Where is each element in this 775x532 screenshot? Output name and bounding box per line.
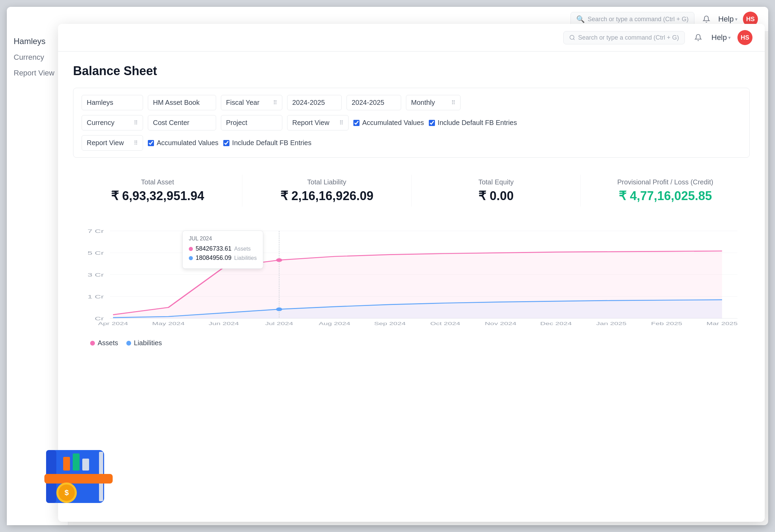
summary-row: Total Asset ₹ 6,93,32,951.94 Total Liabi… <box>73 168 750 213</box>
main-topbar: Search or type a command (Ctrl + G) Help… <box>58 24 765 52</box>
report-view-2-chevron-icon: ⠿ <box>134 140 138 146</box>
include-default-fb-label-2[interactable]: Include Default FB Entries <box>223 139 311 147</box>
svg-text:$: $ <box>65 488 69 497</box>
accumulated-values-label-2[interactable]: Accumulated Values <box>148 139 219 147</box>
legend-liabilities-dot <box>126 341 131 346</box>
company-value: Hamleys <box>87 99 113 107</box>
period-to-value: 2024-2025 <box>352 99 384 106</box>
report-view-field-2[interactable]: Report View ⠿ <box>82 135 143 151</box>
main-avatar[interactable]: HS <box>737 30 752 45</box>
periodicity-value: Monthly <box>411 99 435 107</box>
main-help-chevron-icon: ▾ <box>728 35 731 40</box>
svg-text:Nov 2024: Nov 2024 <box>485 321 517 326</box>
legend-assets-dot <box>90 341 95 346</box>
period-from-value: 2024-2025 <box>292 99 325 106</box>
accumulated-values-checkbox-2[interactable] <box>148 140 154 146</box>
svg-text:Jan 2025: Jan 2025 <box>596 321 626 326</box>
svg-text:Jul 2024: Jul 2024 <box>265 321 293 326</box>
provisional-value: ₹ 4,77,16,025.85 <box>588 189 743 203</box>
total-liability-card: Total Liability ₹ 2,16,16,926.09 <box>242 175 412 207</box>
svg-text:1 Cr: 1 Cr <box>87 294 104 299</box>
filter-row-3: Report View ⠿ Accumulated Values Include… <box>82 135 741 151</box>
bg-help-button[interactable]: Help ▾ <box>718 15 737 24</box>
include-default-fb-text-2: Include Default FB Entries <box>232 139 311 147</box>
filter-row-1: Hamleys HM Asset Book Fiscal Year ⠿ 2024… <box>82 95 741 110</box>
tooltip-assets-row: 58426733.61 Assets <box>189 245 257 252</box>
main-content: Balance Sheet Hamleys HM Asset Book Fisc… <box>58 52 765 522</box>
project-label: Project <box>226 119 247 127</box>
total-equity-label: Total Equity <box>419 178 574 186</box>
book-value: HM Asset Book <box>153 99 200 107</box>
cost-center-label: Cost Center <box>153 119 189 127</box>
main-help-button[interactable]: Help ▾ <box>711 33 731 42</box>
chart-container: JUL 2024 58426733.61 Assets 18084956.09 … <box>73 224 750 353</box>
period-to-field[interactable]: 2024-2025 <box>347 95 401 110</box>
total-liability-value: ₹ 2,16,16,926.09 <box>249 189 405 203</box>
main-search-icon <box>569 34 575 41</box>
bg-search-placeholder: Search or type a command (Ctrl + G) <box>588 16 689 23</box>
cost-center-field[interactable]: Cost Center <box>148 115 216 130</box>
currency-chevron-icon: ⠿ <box>134 120 138 126</box>
currency-field[interactable]: Currency ⠿ <box>82 115 143 130</box>
tooltip-liabilities-value: 18084956.09 <box>196 254 231 262</box>
tooltip-liabilities-label: Liabilities <box>234 255 257 261</box>
tooltip-liabilities-row: 18084956.09 Liabilities <box>189 254 257 262</box>
svg-point-0 <box>570 35 574 39</box>
period-from-field[interactable]: 2024-2025 <box>287 95 342 110</box>
bg-search-icon: 🔍 <box>576 15 585 23</box>
main-search-box[interactable]: Search or type a command (Ctrl + G) <box>563 31 685 44</box>
svg-text:5 Cr: 5 Cr <box>87 250 104 256</box>
accumulated-values-checkbox[interactable] <box>353 120 360 126</box>
svg-rect-28 <box>73 453 80 471</box>
svg-text:Feb 2025: Feb 2025 <box>651 321 682 326</box>
legend-assets-label: Assets <box>98 339 118 347</box>
currency-label: Currency <box>87 119 114 127</box>
book-icon-container: $ <box>39 436 118 515</box>
svg-text:Sep 2024: Sep 2024 <box>374 321 406 326</box>
filter-bar: Hamleys HM Asset Book Fiscal Year ⠿ 2024… <box>73 88 750 158</box>
total-equity-value: ₹ 0.00 <box>419 189 574 203</box>
svg-text:Jun 2024: Jun 2024 <box>209 321 239 326</box>
include-default-fb-checkbox[interactable] <box>429 120 435 126</box>
page-title: Balance Sheet <box>73 64 750 78</box>
include-default-fb-checkbox-2[interactable] <box>223 140 229 146</box>
legend-assets: Assets <box>90 339 118 347</box>
main-notification-bell[interactable] <box>692 31 705 44</box>
bg-help-label: Help <box>718 15 734 24</box>
tooltip-assets-dot <box>189 247 193 251</box>
main-search-placeholder: Search or type a command (Ctrl + G) <box>578 34 679 41</box>
provisional-label: Provisional Profit / Loss (Credit) <box>588 178 743 186</box>
main-window: Search or type a command (Ctrl + G) Help… <box>58 24 765 522</box>
chart-tooltip: JUL 2024 58426733.61 Assets 18084956.09 … <box>182 230 263 269</box>
svg-rect-29 <box>82 459 89 471</box>
total-asset-value: ₹ 6,93,32,951.94 <box>80 189 235 203</box>
svg-text:Aug 2024: Aug 2024 <box>319 321 351 326</box>
total-asset-label: Total Asset <box>80 178 235 186</box>
fiscal-year-field[interactable]: Fiscal Year ⠿ <box>221 95 282 110</box>
book-3d-icon: $ <box>39 436 118 515</box>
book-field[interactable]: HM Asset Book <box>148 95 216 110</box>
project-field[interactable]: Project <box>221 115 282 130</box>
accumulated-values-label[interactable]: Accumulated Values <box>353 119 424 127</box>
svg-text:Mar 2025: Mar 2025 <box>706 321 737 326</box>
report-view-field[interactable]: Report View ⠿ <box>287 115 349 130</box>
total-equity-card: Total Equity ₹ 0.00 <box>412 175 581 207</box>
svg-text:3 Cr: 3 Cr <box>87 272 104 278</box>
bg-help-chevron: ▾ <box>735 16 737 22</box>
company-field[interactable]: Hamleys <box>82 95 143 110</box>
fiscal-year-value: Fiscal Year <box>226 99 259 107</box>
filter-row-2: Currency ⠿ Cost Center Project Report Vi… <box>82 115 741 130</box>
chart-legend: Assets Liabilities <box>73 339 750 347</box>
svg-text:Apr 2024: Apr 2024 <box>98 321 128 326</box>
svg-rect-26 <box>44 474 113 484</box>
periodicity-chevron-icon: ⠿ <box>451 99 455 106</box>
report-view-chevron-icon: ⠿ <box>339 120 343 126</box>
include-default-fb-label[interactable]: Include Default FB Entries <box>429 119 517 127</box>
tooltip-assets-value: 58426733.61 <box>196 245 231 252</box>
provisional-card: Provisional Profit / Loss (Credit) ₹ 4,7… <box>581 175 750 207</box>
assets-tooltip-dot <box>276 258 282 262</box>
report-view-label-2: Report View <box>87 139 124 147</box>
periodicity-field[interactable]: Monthly ⠿ <box>406 95 461 110</box>
tooltip-liabilities-dot <box>189 256 193 260</box>
bell-icon <box>694 34 702 41</box>
